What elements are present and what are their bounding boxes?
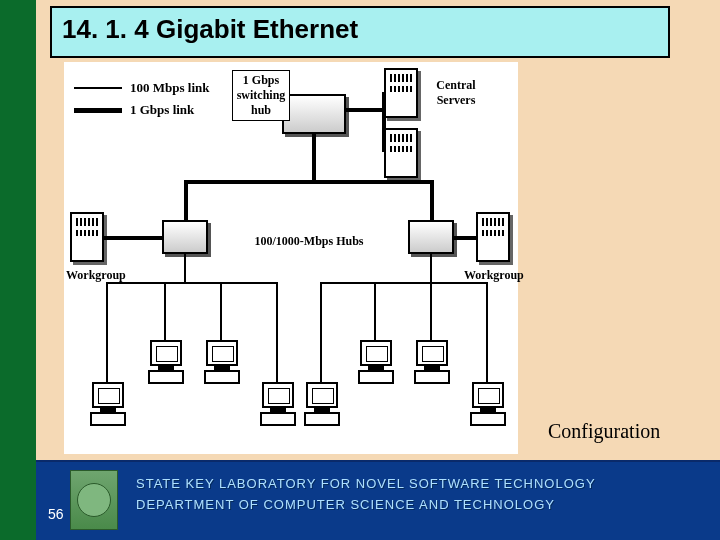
link-server2-down [382,108,386,152]
title-bar: 14. 1. 4 Gigabit Ethernet [50,6,670,58]
workstation-r4-icon [468,382,508,430]
university-logo-icon [70,470,118,530]
workstation-l4-icon [258,382,298,430]
central-switching-hub-icon [282,94,346,134]
central-servers-label: Central Servers [426,78,486,108]
legend: 100 Mbps link 1 Gbps link [74,80,209,124]
link-left-pc1 [106,282,108,382]
workstation-l1-icon [88,382,128,430]
link-left-pc2 [164,282,166,342]
workstation-r1-icon [302,382,342,430]
link-right-fanout-h [320,282,488,284]
page-number: 56 [48,506,64,522]
legend-line-thick-icon [74,108,122,113]
workstation-l2-icon [146,340,186,388]
workgroup-right-label: Workgroup [464,268,524,283]
link-trunk-horizontal [184,180,434,184]
central-server-2-icon [384,128,418,178]
link-righthub-down [430,254,432,282]
footer-text: STATE KEY LABORATORY FOR NOVEL SOFTWARE … [136,476,596,512]
left-hub-icon [162,220,208,254]
link-left-pc4 [276,282,278,382]
link-mainhub-server1 [346,108,384,112]
workgroup-left-label: Workgroup [66,268,126,283]
link-right-pc2 [374,282,376,342]
workstation-l3-icon [202,340,242,388]
footer-line2: DEPARTMENT OF COMPUTER SCIENCE AND TECHN… [136,497,596,512]
legend-row-100mbps: 100 Mbps link [74,80,209,96]
legend-row-1gbps: 1 Gbps link [74,102,209,118]
legend-line-thin-icon [74,87,122,89]
workstation-r2-icon [356,340,396,388]
link-lefthub-leftserver [104,236,162,240]
link-left-pc3 [220,282,222,342]
sidebar-stripe [0,0,36,540]
workgroup-server-right-icon [476,212,510,262]
diagram-area: 100 Mbps link 1 Gbps link 1 Gbps switchi… [64,62,518,454]
link-right-pc3 [430,282,432,342]
link-right-pc1 [320,282,322,382]
link-righthub-rightserver [454,236,476,240]
link-to-left-hub [184,180,188,222]
caption: Configuration [548,420,660,443]
footer-line1: STATE KEY LABORATORY FOR NOVEL SOFTWARE … [136,476,596,491]
legend-label-100mbps: 100 Mbps link [130,80,209,96]
link-left-fanout-h [106,282,276,284]
workgroup-server-left-icon [70,212,104,262]
workstation-r3-icon [412,340,452,388]
mid-hubs-label: 100/1000-Mbps Hubs [244,234,374,249]
slide-title: 14. 1. 4 Gigabit Ethernet [62,14,358,45]
link-right-pc4 [486,282,488,382]
legend-label-1gbps: 1 Gbps link [130,102,194,118]
central-hub-label: 1 Gbps switching hub [232,70,290,121]
central-server-1-icon [384,68,418,118]
link-lefthub-down [184,254,186,282]
right-hub-icon [408,220,454,254]
link-mainhub-trunk [312,134,316,182]
link-to-right-hub [430,180,434,222]
